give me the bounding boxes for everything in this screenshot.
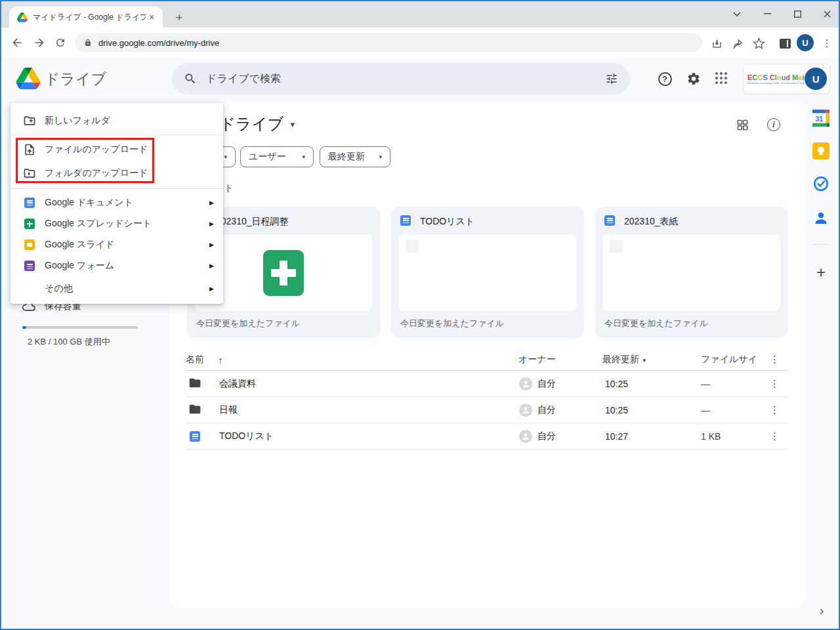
tab-strip: マイドライブ - Google ドライブ × + [1, 1, 839, 28]
column-header-name[interactable]: 名前 [186, 354, 204, 366]
menu-item-google-slides[interactable]: Google スライド ▶ [10, 234, 223, 255]
tasks-icon[interactable] [812, 175, 830, 192]
column-header-owner[interactable]: オーナー [518, 354, 556, 366]
table-row[interactable]: TODOリスト 自分 10:27 1 KB ⋮ [186, 423, 788, 450]
menu-item-more[interactable]: その他 ▶ [10, 278, 223, 300]
tab-title: マイドライブ - Google ドライブ [33, 12, 146, 23]
suggested-file-card[interactable]: 202310_表紙 今日変更を加えたファイル [595, 207, 788, 338]
menu-item-google-sheets[interactable]: Google スプレッドシート ▶ [10, 213, 223, 234]
browser-profile-avatar[interactable]: U [797, 34, 814, 51]
new-dropdown-menu: 新しいフォルダ ファイルのアップロード フォルダのアップロード Google ド… [10, 103, 223, 304]
share-icon[interactable] [730, 35, 746, 51]
google-docs-icon [22, 198, 37, 208]
captured-browser-window: マイドライブ - Google ドライブ × + U ⋮ ドライブ [0, 0, 840, 630]
suggested-file-card[interactable]: TODOリスト 今日変更を加えたファイル [391, 207, 584, 338]
back-button[interactable] [9, 35, 25, 51]
submenu-arrow-icon: ▶ [209, 220, 214, 227]
menu-item-google-forms[interactable]: Google フォーム ▶ [10, 255, 223, 276]
menu-item-label: Google スライド [45, 239, 209, 251]
file-size: — [701, 379, 710, 389]
search-options-tune-icon[interactable] [605, 72, 618, 85]
calendar-icon[interactable]: 31 [812, 110, 830, 127]
google-apps-grid-icon[interactable] [715, 72, 727, 84]
browser-tab[interactable]: マイドライブ - Google ドライブ × [9, 7, 163, 28]
file-name: 日報 [219, 404, 238, 416]
chip-label: ユーザー [249, 151, 286, 163]
drive-profile-avatar[interactable]: U [805, 68, 827, 90]
document-preview-placeholder [610, 240, 623, 253]
submenu-arrow-icon: ▶ [209, 262, 214, 269]
gear-icon [686, 72, 701, 86]
row-more-options-icon[interactable]: ⋮ [770, 430, 780, 442]
column-header-size[interactable]: ファイルサイ [701, 354, 757, 366]
settings-button[interactable] [685, 70, 702, 87]
filter-chip-people[interactable]: ユーザー ▾ [240, 146, 314, 167]
file-name: TODOリスト [219, 430, 274, 442]
window-minimize-button[interactable] [757, 5, 777, 22]
window-maximize-button[interactable] [788, 5, 807, 22]
storage-progress-bar [22, 326, 138, 329]
side-panel-icon[interactable] [777, 35, 793, 51]
drive-search-bar[interactable] [172, 63, 630, 94]
reload-button[interactable] [52, 35, 68, 51]
contacts-icon[interactable] [812, 209, 830, 226]
card-title: 202310_表紙 [624, 216, 679, 228]
row-more-options-icon[interactable]: ⋮ [770, 404, 780, 416]
card-preview [603, 234, 780, 311]
filter-chip-modified[interactable]: 最終更新 ▾ [320, 146, 390, 167]
account-organization-card[interactable]: ECCS Cloud Mail Information Technology C… [743, 64, 830, 94]
tab-close-icon[interactable]: × [146, 11, 158, 23]
search-icon [184, 72, 197, 85]
submenu-arrow-icon: ▶ [209, 285, 214, 292]
help-button[interactable]: ? [656, 70, 673, 87]
bookmark-star-icon[interactable] [751, 35, 766, 51]
file-size: 1 KB [701, 431, 721, 442]
chip-label: 最終更新 [328, 151, 365, 163]
docs-file-icon [604, 215, 615, 226]
submenu-arrow-icon: ▶ [209, 200, 214, 206]
column-header-modified[interactable]: 最終更新 ▼ [602, 354, 647, 366]
forward-button[interactable] [32, 35, 47, 51]
table-more-options-icon[interactable]: ⋮ [770, 354, 780, 366]
eccs-brand-subtext: Information Technology Center, The Unive… [747, 81, 799, 85]
window-menu-chevron-icon[interactable] [727, 5, 747, 22]
sort-ascending-icon[interactable]: ↑ [218, 354, 223, 365]
url-input[interactable] [98, 38, 693, 48]
eccs-brand: ECCS Cloud Mail [747, 74, 805, 81]
url-bar[interactable] [75, 33, 702, 52]
card-caption: 今日変更を加えたファイル [604, 318, 708, 329]
row-more-options-icon[interactable]: ⋮ [770, 378, 780, 390]
rail-divider [813, 244, 829, 245]
drive-app-name: ドライブ [45, 69, 106, 89]
install-download-icon[interactable] [709, 35, 724, 51]
sheets-logo-icon [263, 250, 304, 296]
google-forms-icon [22, 261, 37, 271]
menu-item-new-folder[interactable]: 新しいフォルダ [10, 107, 223, 135]
card-title: TODOリスト [420, 216, 474, 228]
table-row[interactable]: 日報 自分 10:25 — ⋮ [186, 397, 788, 423]
help-icon: ? [658, 72, 672, 86]
owner-avatar [519, 377, 532, 390]
sort-caret-icon: ▼ [642, 358, 647, 364]
keep-icon[interactable] [812, 142, 830, 159]
table-row[interactable]: 会議資料 自分 10:25 — ⋮ [186, 371, 788, 397]
grid-view-toggle-button[interactable] [734, 116, 751, 133]
menu-item-google-docs[interactable]: Google ドキュメント ▶ [10, 192, 223, 213]
show-side-panel-chevron-icon[interactable]: › [815, 604, 828, 617]
file-size: — [701, 405, 710, 415]
owner-avatar [519, 404, 532, 417]
chevron-down-icon: ▾ [302, 154, 305, 160]
details-info-button[interactable]: i [765, 116, 782, 133]
chevron-down-icon: ▾ [224, 154, 227, 160]
get-add-ons-plus-icon[interactable]: + [812, 264, 830, 281]
folder-icon [188, 402, 201, 417]
owner-name: 自分 [537, 404, 556, 416]
drive-favicon-icon [17, 12, 28, 22]
folder-icon [188, 376, 201, 391]
new-tab-button[interactable]: + [171, 9, 188, 26]
google-slides-icon [22, 240, 37, 250]
window-close-button[interactable] [817, 5, 837, 22]
browser-menu-icon[interactable]: ⋮ [819, 35, 835, 51]
drive-search-input[interactable] [206, 73, 605, 85]
submenu-arrow-icon: ▶ [209, 242, 214, 248]
